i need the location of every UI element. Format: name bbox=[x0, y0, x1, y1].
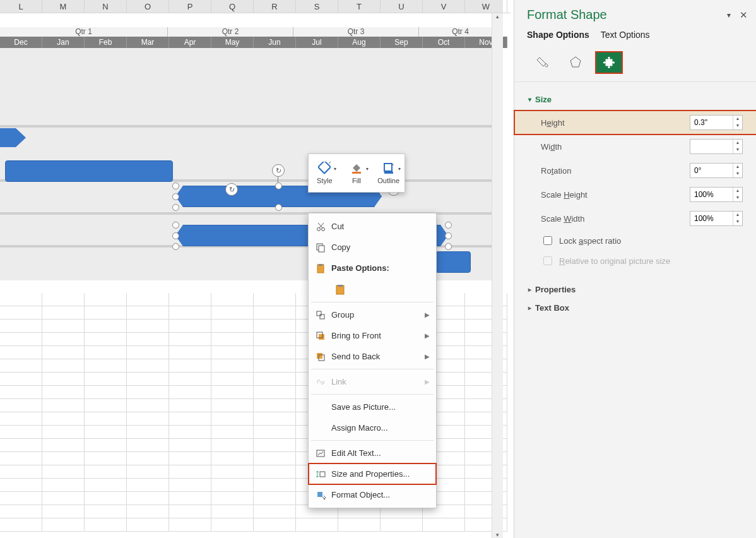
menu-size-and-properties[interactable]: Size and Properties... bbox=[309, 463, 436, 484]
style-icon: ▾ bbox=[318, 162, 331, 174]
section-size[interactable]: ▾ Size bbox=[514, 92, 756, 111]
menu-send-to-back[interactable]: Send to Back ▶ bbox=[309, 346, 436, 367]
menu-bring-to-front[interactable]: Bring to Front ▶ bbox=[309, 325, 436, 346]
height-spinner[interactable]: ▲▼ bbox=[690, 115, 743, 130]
height-input[interactable] bbox=[690, 118, 736, 127]
resize-handle[interactable] bbox=[172, 204, 179, 211]
menu-label: Cut bbox=[328, 222, 430, 231]
resize-handle[interactable] bbox=[172, 222, 179, 229]
width-spinner[interactable]: ▲▼ bbox=[690, 139, 743, 154]
tab-text-options[interactable]: Text Options bbox=[601, 30, 650, 45]
menu-edit-alt-text[interactable]: Edit Alt Text... bbox=[309, 443, 436, 463]
resize-handle[interactable] bbox=[172, 243, 179, 250]
menu-copy[interactable]: Copy bbox=[309, 237, 436, 258]
resize-handle[interactable] bbox=[172, 232, 179, 239]
resize-handle[interactable] bbox=[172, 193, 179, 200]
scale-width-spinner[interactable]: ▲▼ bbox=[690, 211, 743, 226]
lock-aspect-checkbox[interactable] bbox=[543, 236, 552, 245]
col-header[interactable]: O bbox=[127, 0, 169, 13]
scale-height-input[interactable] bbox=[690, 190, 736, 199]
menu-label: Edit Alt Text... bbox=[328, 448, 430, 458]
paste-option-button[interactable] bbox=[331, 281, 349, 299]
lock-aspect-ratio[interactable]: Lock aspect ratio bbox=[514, 230, 756, 251]
scale-width-input[interactable] bbox=[690, 214, 736, 223]
menu-label: Link bbox=[328, 377, 425, 386]
svg-rect-3 bbox=[384, 172, 393, 174]
col-header[interactable]: Q bbox=[211, 0, 254, 13]
resize-handle[interactable] bbox=[445, 232, 452, 239]
col-header[interactable]: N bbox=[85, 0, 127, 13]
menu-label: Send to Back bbox=[328, 352, 425, 361]
svg-point-5 bbox=[322, 227, 325, 230]
quarter-label: Qtr 2 bbox=[168, 27, 293, 37]
tab-shape-options[interactable]: Shape Options bbox=[527, 30, 589, 45]
fill-line-tab[interactable] bbox=[529, 51, 556, 73]
menu-label: Assign Macro... bbox=[328, 423, 430, 433]
col-header[interactable]: W bbox=[465, 0, 507, 13]
month-label: Mar bbox=[127, 37, 169, 48]
svg-rect-9 bbox=[319, 264, 322, 266]
style-button[interactable]: ▾ Style bbox=[309, 154, 341, 192]
gantt-bar[interactable] bbox=[435, 251, 471, 273]
fill-button[interactable]: ▾ Fill bbox=[341, 154, 373, 192]
svg-rect-11 bbox=[338, 285, 343, 287]
style-label: Style bbox=[317, 177, 332, 184]
svg-point-4 bbox=[317, 227, 321, 230]
resize-handle[interactable] bbox=[275, 204, 282, 211]
col-header[interactable]: T bbox=[338, 0, 381, 13]
menu-format-object[interactable]: Format Object... bbox=[309, 484, 436, 505]
gantt-bar[interactable] bbox=[5, 160, 173, 182]
month-label: Jan bbox=[42, 37, 85, 48]
scale-height-field: Scale Height ▲▼ bbox=[514, 182, 756, 206]
quarter-label: Qtr 3 bbox=[293, 27, 419, 37]
col-header[interactable]: P bbox=[169, 0, 211, 13]
month-label: Feb bbox=[85, 37, 127, 48]
col-header[interactable]: V bbox=[423, 0, 465, 13]
resize-handle[interactable] bbox=[445, 222, 452, 229]
svg-rect-2 bbox=[384, 164, 392, 171]
pane-tabs: Shape Options Text Options bbox=[514, 23, 756, 45]
resize-handle[interactable] bbox=[172, 182, 179, 189]
outline-label: Outline bbox=[377, 177, 399, 184]
svg-rect-7 bbox=[319, 246, 324, 252]
pane-close-icon[interactable]: ✕ bbox=[740, 9, 748, 21]
scale-height-spinner[interactable]: ▲▼ bbox=[690, 187, 743, 202]
resize-handle[interactable] bbox=[275, 182, 282, 189]
disclosure-icon: ▾ bbox=[528, 96, 531, 103]
col-header[interactable]: S bbox=[296, 0, 338, 13]
menu-label: Paste Options: bbox=[328, 263, 430, 273]
col-header[interactable]: M bbox=[42, 0, 85, 13]
gantt-bar[interactable] bbox=[0, 128, 16, 147]
menu-cut[interactable]: Cut bbox=[309, 216, 436, 237]
section-properties[interactable]: ▸ Properties bbox=[514, 282, 756, 301]
scale-height-label: Scale Height bbox=[541, 190, 690, 200]
quarter-label: Qtr 4 bbox=[419, 27, 502, 37]
svg-rect-10 bbox=[336, 285, 344, 294]
pane-dropdown-icon[interactable]: ▾ bbox=[727, 11, 731, 20]
menu-save-as-picture[interactable]: Save as Picture... bbox=[309, 397, 436, 417]
menu-assign-macro[interactable]: Assign Macro... bbox=[309, 417, 436, 438]
rotate-handle-icon[interactable]: ↻ bbox=[272, 164, 285, 177]
menu-paste-options: Paste Options: bbox=[309, 258, 436, 278]
rotate-handle-icon[interactable]: ↻ bbox=[225, 183, 238, 196]
month-label: Jun bbox=[254, 37, 296, 48]
outline-icon: ▾ bbox=[382, 162, 395, 174]
col-header[interactable]: L bbox=[0, 0, 42, 13]
section-text-box[interactable]: ▸ Text Box bbox=[514, 301, 756, 319]
effects-tab[interactable] bbox=[562, 51, 589, 73]
width-input[interactable] bbox=[690, 142, 736, 151]
size-properties-tab[interactable] bbox=[595, 51, 623, 74]
send-back-icon bbox=[314, 352, 328, 362]
vertical-scrollbar[interactable] bbox=[492, 13, 503, 538]
resize-handle[interactable] bbox=[445, 243, 452, 250]
svg-marker-21 bbox=[570, 57, 581, 67]
col-header[interactable]: R bbox=[254, 0, 296, 13]
svg-rect-16 bbox=[317, 353, 322, 359]
outline-button[interactable]: ▾ Outline bbox=[372, 154, 405, 192]
col-header[interactable]: U bbox=[381, 0, 423, 13]
rotation-spinner[interactable]: ▲▼ bbox=[690, 163, 743, 178]
submenu-arrow-icon: ▶ bbox=[425, 332, 430, 339]
rotation-input[interactable] bbox=[690, 166, 736, 175]
lock-aspect-label: Lock aspect ratio bbox=[559, 236, 621, 246]
menu-group[interactable]: Group ▶ bbox=[309, 304, 436, 325]
